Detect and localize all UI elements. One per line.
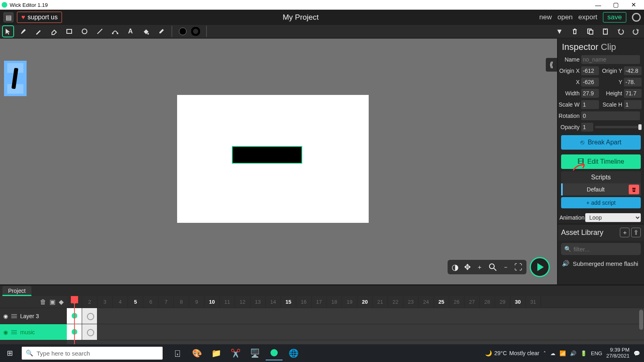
- ruler-tick[interactable]: 15: [281, 296, 296, 308]
- brush-tool[interactable]: [19, 27, 28, 36]
- snip-icon[interactable]: ✂️: [227, 346, 244, 360]
- windows-search[interactable]: 🔍 Type here to search: [22, 347, 163, 360]
- notifications-icon[interactable]: 💬: [634, 350, 640, 356]
- ruler-tick[interactable]: 4: [113, 296, 128, 308]
- asset-filter-input[interactable]: [574, 246, 644, 253]
- onedrive-icon[interactable]: ☁: [550, 350, 555, 356]
- eye-icon[interactable]: ◉: [3, 313, 8, 319]
- delete-script-button[interactable]: [629, 185, 639, 194]
- maximize-button[interactable]: ▢: [607, 1, 625, 8]
- menu-open[interactable]: open: [557, 13, 573, 21]
- ruler-tick[interactable]: 1: [67, 296, 82, 308]
- close-button[interactable]: ✕: [625, 1, 642, 8]
- eye-icon[interactable]: ◉: [3, 329, 8, 335]
- eyedropper-tool[interactable]: [156, 27, 166, 36]
- opacity-field[interactable]: [581, 123, 593, 132]
- ruler-tick[interactable]: 14: [266, 296, 281, 308]
- layer-options-icon[interactable]: ▣: [50, 298, 56, 306]
- drag-handle-icon[interactable]: [11, 314, 17, 318]
- originy-field[interactable]: [624, 66, 642, 75]
- menu-button[interactable]: ▤: [3, 12, 14, 23]
- fill-color-swatch[interactable]: [178, 27, 188, 36]
- name-field[interactable]: [581, 55, 640, 64]
- eraser-tool[interactable]: [49, 27, 59, 36]
- trash-icon[interactable]: [570, 27, 580, 36]
- ruler-tick[interactable]: 29: [495, 296, 510, 308]
- fill-tool[interactable]: [141, 27, 151, 36]
- start-button[interactable]: ⊞: [0, 349, 19, 358]
- timeline-tracks[interactable]: 1234567891011121314151617181920212223242…: [67, 296, 644, 346]
- collapse-panel-icon[interactable]: ⟪: [546, 58, 557, 72]
- pencil-tool[interactable]: [34, 27, 43, 36]
- asset-filter[interactable]: 🔍: [561, 243, 641, 255]
- drag-handle-icon[interactable]: [11, 330, 17, 334]
- app-icon[interactable]: 🖥️: [246, 346, 263, 360]
- selected-clip[interactable]: [232, 146, 302, 164]
- ruler-tick[interactable]: 9: [189, 296, 204, 308]
- script-row-default[interactable]: Default: [561, 183, 641, 195]
- track-row[interactable]: [67, 308, 644, 324]
- upload-asset-button[interactable]: ⇪: [631, 228, 641, 237]
- ruler-tick[interactable]: 10: [204, 296, 220, 308]
- y-field[interactable]: [624, 78, 642, 86]
- ruler-tick[interactable]: 23: [403, 296, 419, 308]
- ruler-tick[interactable]: 22: [388, 296, 403, 308]
- track-row[interactable]: [67, 324, 644, 340]
- copy-icon[interactable]: [585, 27, 595, 36]
- ruler-tick[interactable]: 19: [342, 296, 357, 308]
- zoom-in-icon[interactable]: ＋: [477, 263, 483, 271]
- menu-export[interactable]: export: [578, 13, 597, 21]
- empty-keyframe[interactable]: [82, 308, 97, 324]
- ruler-tick[interactable]: 13: [250, 296, 266, 308]
- timeline-ruler[interactable]: 1234567891011121314151617181920212223242…: [67, 296, 644, 308]
- rectangle-tool[interactable]: [64, 27, 74, 36]
- line-tool[interactable]: [95, 27, 105, 36]
- ruler-tick[interactable]: 25: [434, 296, 449, 308]
- ruler-tick[interactable]: 26: [449, 296, 464, 308]
- break-apart-button[interactable]: ⎋ Break Apart: [561, 135, 641, 150]
- cursor-tool[interactable]: [3, 27, 13, 36]
- chevron-up-icon[interactable]: ˄: [543, 350, 546, 356]
- support-us-button[interactable]: ♥ support us: [17, 12, 62, 23]
- edit-timeline-button[interactable]: 🎞 Edit Timeline: [561, 154, 641, 169]
- text-tool[interactable]: A: [126, 27, 135, 36]
- rotation-field[interactable]: [581, 111, 640, 120]
- ruler-tick[interactable]: 18: [327, 296, 342, 308]
- ruler-tick[interactable]: 8: [174, 296, 189, 308]
- wifi-icon[interactable]: 📶: [559, 350, 566, 356]
- layer-row[interactable]: ◉ Layer 3: [0, 308, 67, 324]
- undo-icon[interactable]: [616, 27, 625, 36]
- add-asset-button[interactable]: ＋: [620, 228, 630, 237]
- originx-field[interactable]: [581, 66, 599, 75]
- keyframe[interactable]: [67, 308, 82, 324]
- menu-new[interactable]: new: [539, 13, 552, 21]
- animation-select[interactable]: Loop: [585, 213, 641, 222]
- keyframe[interactable]: [67, 324, 82, 340]
- ruler-tick[interactable]: 16: [296, 296, 312, 308]
- fullscreen-icon[interactable]: ⛶: [514, 263, 522, 272]
- play-button[interactable]: [530, 257, 550, 277]
- scaleh-field[interactable]: [624, 100, 642, 109]
- ruler-tick[interactable]: 21: [373, 296, 388, 308]
- clock[interactable]: 9:39 PM 27/8/2021: [606, 347, 630, 359]
- dropdown-icon[interactable]: ▼: [555, 27, 564, 36]
- ruler-tick[interactable]: 17: [312, 296, 327, 308]
- ruler-tick[interactable]: 5: [128, 296, 143, 308]
- clip-thumbnail[interactable]: [4, 61, 27, 96]
- tween-icon[interactable]: ◆: [59, 298, 64, 306]
- scalew-field[interactable]: [581, 100, 599, 109]
- stroke-color-swatch[interactable]: [191, 27, 200, 36]
- empty-keyframe[interactable]: [82, 324, 97, 340]
- ruler-tick[interactable]: 3: [97, 296, 113, 308]
- zoom-icon[interactable]: [488, 263, 497, 272]
- pan-icon[interactable]: ✥: [464, 262, 471, 272]
- ruler-tick[interactable]: 31: [526, 296, 541, 308]
- ruler-tick[interactable]: 6: [143, 296, 159, 308]
- canvas-area[interactable]: ⟪ ◑ ✥ ＋ － ⛶: [0, 39, 557, 284]
- ruler-tick[interactable]: 28: [480, 296, 495, 308]
- height-field[interactable]: [624, 89, 642, 98]
- timeline-vertical-scrollbar[interactable]: [639, 310, 643, 330]
- minimize-button[interactable]: —: [589, 2, 607, 8]
- task-view-icon[interactable]: ⌺: [169, 346, 186, 360]
- volume-icon[interactable]: 🔊: [570, 350, 576, 356]
